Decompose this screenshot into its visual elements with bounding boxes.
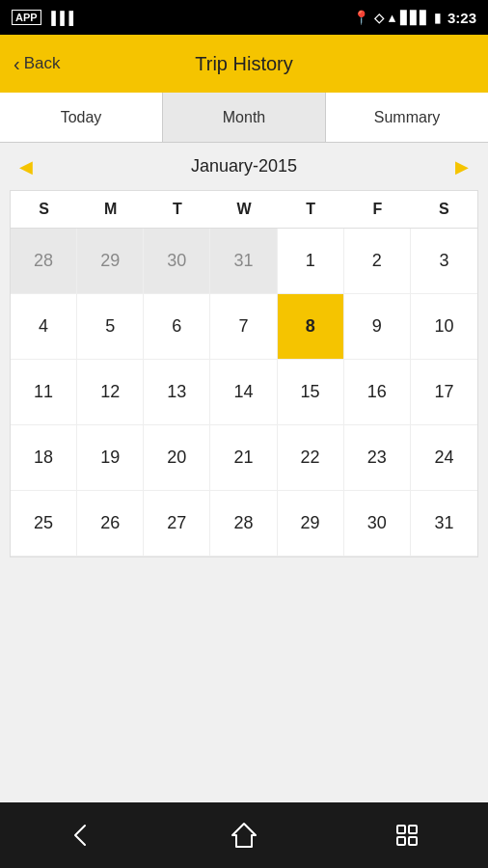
table-row[interactable]: 15 — [278, 360, 344, 425]
tab-summary-label: Summary — [374, 109, 440, 126]
back-arrow-icon: ‹ — [14, 53, 20, 75]
table-row[interactable]: 11 — [11, 360, 77, 425]
svg-rect-1 — [397, 826, 405, 833]
recents-nav-icon — [392, 820, 422, 851]
table-row[interactable]: 25 — [11, 491, 77, 556]
svg-rect-3 — [397, 837, 405, 845]
table-row[interactable]: 31 — [411, 491, 477, 556]
back-nav-button[interactable] — [66, 820, 96, 851]
table-row[interactable]: 20 — [144, 425, 210, 491]
table-row[interactable]: 26 — [77, 491, 144, 556]
status-time: 3:23 — [447, 10, 476, 26]
table-row[interactable]: 18 — [11, 425, 77, 491]
status-bar: APP ▐▐▐ 📍 ◇ ▴ ▋▋▋ ▮ 3:23 — [0, 0, 488, 35]
status-bar-left: APP ▐▐▐ — [12, 10, 73, 25]
status-icons: 📍 ◇ ▴ ▋▋▋ ▮ 3:23 — [353, 10, 476, 26]
table-row[interactable]: 27 — [144, 491, 210, 556]
day-header-thu: T — [278, 191, 344, 228]
table-row[interactable]: 6 — [144, 294, 210, 360]
recents-nav-button[interactable] — [392, 820, 422, 851]
day-headers: S M T W T F S — [11, 191, 477, 229]
battery-icon: ▮ — [434, 11, 441, 25]
day-header-tue: T — [144, 191, 210, 228]
table-row[interactable]: 4 — [11, 294, 77, 360]
table-row[interactable]: 29 — [278, 491, 344, 556]
table-row[interactable]: 16 — [344, 360, 411, 425]
calendar-grid: S M T W T F S 28 29 30 31 1 2 3 4 5 6 7 … — [10, 190, 478, 557]
table-row[interactable]: 3 — [411, 229, 477, 294]
day-header-sun: S — [11, 191, 77, 228]
tab-summary[interactable]: Summary — [326, 93, 488, 142]
day-header-sat: S — [411, 191, 477, 228]
wifi-icon: ▴ — [389, 11, 395, 25]
tab-month[interactable]: Month — [163, 93, 326, 142]
tab-today[interactable]: Today — [0, 93, 163, 142]
table-row[interactable]: 10 — [411, 294, 477, 360]
month-title: January-2015 — [191, 156, 297, 176]
table-row[interactable]: 28 — [210, 491, 277, 556]
home-nav-button[interactable] — [229, 820, 259, 851]
calendar-container: ◀ January-2015 ▶ S M T W T F S 28 29 30 … — [0, 143, 488, 802]
day-header-wed: W — [210, 191, 277, 228]
table-row[interactable]: 21 — [210, 425, 277, 491]
signal-icon: ▋▋▋ — [400, 11, 429, 25]
table-row[interactable]: 14 — [210, 360, 277, 425]
bars-icon: ▐▐▐ — [47, 11, 74, 25]
table-row[interactable]: 31 — [210, 229, 277, 294]
day-header-fri: F — [344, 191, 411, 228]
month-navigation: ◀ January-2015 ▶ — [0, 143, 488, 190]
table-row[interactable]: 5 — [77, 294, 144, 360]
app-icon: APP — [12, 10, 41, 25]
tab-today-label: Today — [61, 109, 102, 126]
header: ‹ Back Trip History — [0, 35, 488, 93]
table-row[interactable]: 22 — [278, 425, 344, 491]
home-nav-icon — [229, 820, 259, 851]
back-button[interactable]: ‹ Back — [14, 53, 60, 75]
table-row[interactable]: 1 — [278, 229, 344, 294]
day-header-mon: M — [77, 191, 144, 228]
selected-date-cell[interactable]: 8 — [278, 294, 344, 360]
location-icon: 📍 — [353, 10, 369, 25]
table-row[interactable]: 29 — [77, 229, 144, 294]
tab-bar: Today Month Summary — [0, 93, 488, 143]
svg-marker-0 — [232, 824, 256, 847]
bottom-navigation — [0, 802, 488, 868]
next-month-button[interactable]: ▶ — [455, 156, 469, 177]
page-title: Trip History — [195, 53, 292, 75]
prev-month-button[interactable]: ◀ — [19, 156, 33, 177]
table-row[interactable]: 24 — [411, 425, 477, 491]
table-row[interactable]: 28 — [11, 229, 77, 294]
calendar-cells: 28 29 30 31 1 2 3 4 5 6 7 8 9 10 11 12 1… — [11, 229, 477, 556]
table-row[interactable]: 19 — [77, 425, 144, 491]
table-row[interactable]: 2 — [344, 229, 411, 294]
back-label: Back — [24, 54, 61, 73]
table-row[interactable]: 7 — [210, 294, 277, 360]
table-row[interactable]: 12 — [77, 360, 144, 425]
svg-rect-4 — [409, 837, 417, 845]
table-row[interactable]: 30 — [144, 229, 210, 294]
svg-rect-2 — [409, 826, 417, 833]
back-nav-icon — [66, 820, 96, 851]
table-row[interactable]: 9 — [344, 294, 411, 360]
table-row[interactable]: 23 — [344, 425, 411, 491]
table-row[interactable]: 17 — [411, 360, 477, 425]
tab-month-label: Month — [223, 109, 265, 126]
sim-icon: ◇ — [374, 11, 384, 25]
table-row[interactable]: 13 — [144, 360, 210, 425]
table-row[interactable]: 30 — [344, 491, 411, 556]
